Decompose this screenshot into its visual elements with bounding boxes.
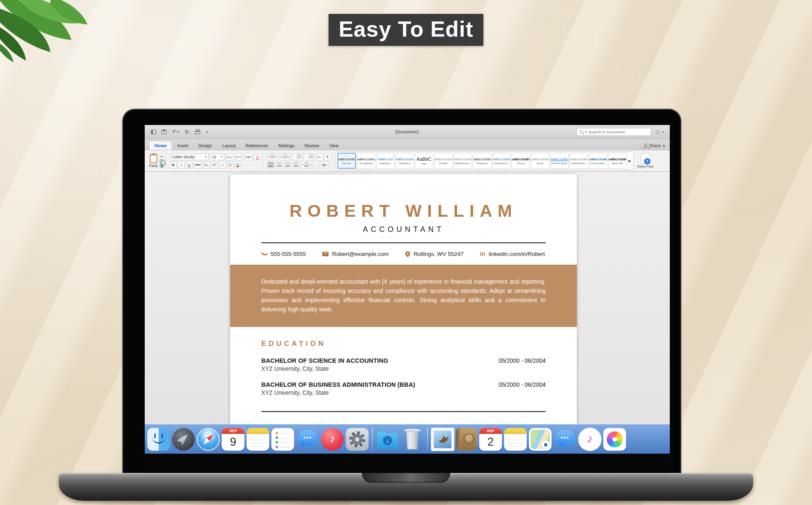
degree-title: BACHELOR OF BUSINESS ADMINISTRATION (BBA… bbox=[261, 381, 415, 388]
align-center-button[interactable] bbox=[276, 162, 283, 168]
dock-system-preferences-icon[interactable] bbox=[346, 428, 369, 451]
search-box[interactable]: ▾ bbox=[576, 128, 651, 136]
italic-button[interactable]: I bbox=[178, 162, 185, 168]
bullet-list-button[interactable]: •▾ bbox=[267, 154, 278, 160]
change-case-button[interactable]: Aa▾ bbox=[244, 154, 253, 160]
search-scope-dropdown-icon[interactable]: ▾ bbox=[585, 130, 587, 134]
resume-name: ROBERT WILLIAM bbox=[230, 201, 577, 221]
subscript-button[interactable]: X₂ bbox=[203, 162, 210, 168]
outdent-button[interactable]: ← bbox=[292, 154, 303, 160]
tab-insert[interactable]: Insert bbox=[172, 141, 193, 150]
font-color-button[interactable]: A▾ bbox=[235, 162, 242, 168]
tab-review[interactable]: Review bbox=[300, 141, 324, 150]
text-effects-button[interactable]: A bbox=[219, 162, 226, 168]
tab-home[interactable]: Home bbox=[149, 141, 172, 150]
strikethrough-button[interactable]: abc bbox=[194, 162, 202, 168]
shading-button[interactable]: ▾ bbox=[313, 162, 320, 168]
style-subtle-emphasis[interactable]: AaBbCcDdEeSubtle Emph.. bbox=[454, 153, 472, 169]
font-name-select[interactable]: Calibri (Body)▾ bbox=[170, 154, 209, 160]
dock-downloads-icon[interactable] bbox=[376, 428, 399, 451]
style-subtle-reference[interactable]: AaBbCcDdEeSubtle Refer.. bbox=[570, 153, 588, 169]
line-spacing-button[interactable]: ↕▾ bbox=[301, 162, 312, 168]
indent-button[interactable]: → bbox=[304, 154, 315, 160]
underline-button[interactable]: U bbox=[186, 162, 193, 168]
borders-button[interactable]: ⊞▾ bbox=[321, 162, 329, 168]
style-heading-1[interactable]: AaBbCcDdHeading 1 bbox=[376, 153, 395, 169]
education-heading: EDUCATION bbox=[261, 340, 546, 348]
dock-photos-icon[interactable] bbox=[603, 428, 626, 451]
dock-reminders-icon[interactable] bbox=[271, 428, 294, 451]
styles-pane-button[interactable]: Styles Pane bbox=[636, 153, 655, 168]
bold-button[interactable]: B bbox=[170, 162, 177, 168]
dock-contacts-icon[interactable] bbox=[456, 428, 477, 451]
style-emphasis[interactable]: AaBbCcDdEeEmphasis bbox=[473, 153, 491, 169]
show-paragraph-marks-button[interactable]: ¶ bbox=[324, 154, 331, 160]
dock-separator bbox=[372, 428, 373, 451]
style-heading-2[interactable]: AaBbCcDdEeHeading 2 bbox=[395, 153, 414, 169]
dock-separator bbox=[427, 428, 428, 451]
highlight-button[interactable]: A▾ bbox=[227, 162, 234, 168]
dock-itunes2-icon[interactable] bbox=[578, 428, 601, 451]
word-window: ↶▾ ↻ ▾ Document1 ▾ ☺▾ Home Insert Design… bbox=[145, 125, 670, 473]
dock-safari-icon[interactable] bbox=[197, 428, 220, 451]
degree-title: BACHELOR OF SCIENCE IN ACCOUNTING bbox=[261, 357, 388, 364]
style-intense-emphasis[interactable]: AaBbCcDdEeIntense Emp.. bbox=[492, 153, 511, 169]
style-quote[interactable]: AaBbCcDdEeQuote bbox=[531, 153, 549, 169]
dock-launchpad-icon[interactable] bbox=[172, 428, 195, 451]
tab-design[interactable]: Design bbox=[193, 141, 217, 150]
cut-icon[interactable]: ✂ bbox=[160, 154, 163, 159]
sidebar-toggle-icon[interactable] bbox=[151, 130, 156, 134]
copy-icon[interactable] bbox=[160, 159, 163, 163]
shrink-font-button[interactable]: A▼ bbox=[235, 154, 243, 160]
style-strong[interactable]: AaBbCcDdEeStrong bbox=[512, 153, 530, 169]
style-intense-reference[interactable]: AaBbCcDdEeIntense Refer.. bbox=[589, 153, 608, 169]
superscript-button[interactable]: X² bbox=[211, 162, 218, 168]
redo-icon[interactable]: ↻ bbox=[185, 129, 189, 135]
contact-location: Rollings, WV 55247 bbox=[405, 250, 464, 257]
dock-mail-icon[interactable] bbox=[431, 428, 454, 451]
style-subtitle[interactable]: AaBbCcDdEeSubtitle bbox=[434, 153, 453, 169]
tab-layout[interactable]: Layout bbox=[217, 141, 241, 150]
align-left-button[interactable] bbox=[267, 162, 274, 168]
print-icon[interactable] bbox=[195, 129, 200, 134]
dock-notes2-icon[interactable] bbox=[504, 428, 527, 451]
resume-page[interactable]: ROBERT WILLIAM ACCOUNTANT 555-555-5555 R… bbox=[230, 174, 577, 424]
justify-button[interactable] bbox=[292, 162, 300, 168]
sort-button[interactable]: A↓ bbox=[316, 154, 323, 160]
grow-font-button[interactable]: A▲ bbox=[226, 154, 234, 160]
share-person-icon bbox=[644, 144, 647, 146]
dock-calendar2-icon[interactable]: SEP 2 bbox=[479, 428, 502, 451]
style-intense-quote[interactable]: AaBbCcDdEeIntense Quote bbox=[550, 153, 569, 169]
toolbar-options-icon[interactable]: ▾ bbox=[206, 130, 208, 134]
font-size-select[interactable]: 12▾ bbox=[210, 154, 224, 160]
undo-icon[interactable]: ↶▾ bbox=[172, 129, 179, 135]
tab-references[interactable]: References bbox=[241, 141, 273, 150]
collapse-ribbon-icon[interactable]: ∧ bbox=[662, 143, 666, 148]
tab-mailings[interactable]: Mailings bbox=[273, 141, 300, 150]
dock-messages-icon[interactable] bbox=[296, 428, 319, 451]
tab-view[interactable]: View bbox=[324, 141, 344, 150]
dock-messages2-icon[interactable] bbox=[554, 428, 576, 451]
dock-calendar-icon[interactable]: SEP 9 bbox=[222, 428, 244, 451]
share-button[interactable]: Share ∧ bbox=[644, 143, 666, 150]
degree-dates: 05/2000 - 06/2004 bbox=[499, 358, 546, 364]
laptop-screen: ↶▾ ↻ ▾ Document1 ▾ ☺▾ Home Insert Design… bbox=[122, 109, 682, 473]
style-no-spacing[interactable]: AaBbCcDdEeNo Spacing bbox=[357, 153, 375, 169]
dock-notes-icon[interactable] bbox=[247, 428, 269, 451]
clear-formatting-button[interactable]: A bbox=[254, 154, 261, 160]
numbered-list-button[interactable]: 1▾ bbox=[279, 154, 290, 160]
paste-button[interactable]: Paste bbox=[149, 154, 158, 168]
dock-itunes-icon[interactable] bbox=[321, 428, 344, 451]
save-icon[interactable] bbox=[162, 130, 167, 134]
ribbon-tab-row: Home Insert Design Layout References Mai… bbox=[145, 139, 670, 150]
dock-finder-icon[interactable] bbox=[147, 428, 170, 451]
align-right-button[interactable] bbox=[284, 162, 291, 168]
style-normal[interactable]: AaBbCcDdEeNormal bbox=[337, 153, 356, 169]
search-input[interactable] bbox=[589, 130, 648, 134]
styles-overflow-icon[interactable]: ▶ bbox=[628, 159, 632, 163]
style-title[interactable]: AaBbCTitle bbox=[415, 153, 433, 169]
feedback-smiley-icon[interactable]: ☺▾ bbox=[655, 128, 664, 135]
dock-maps-icon[interactable] bbox=[529, 428, 552, 451]
dock-trash-icon[interactable] bbox=[401, 428, 424, 451]
style-book-title[interactable]: AaBbCcDdEeBook Title bbox=[608, 153, 627, 169]
